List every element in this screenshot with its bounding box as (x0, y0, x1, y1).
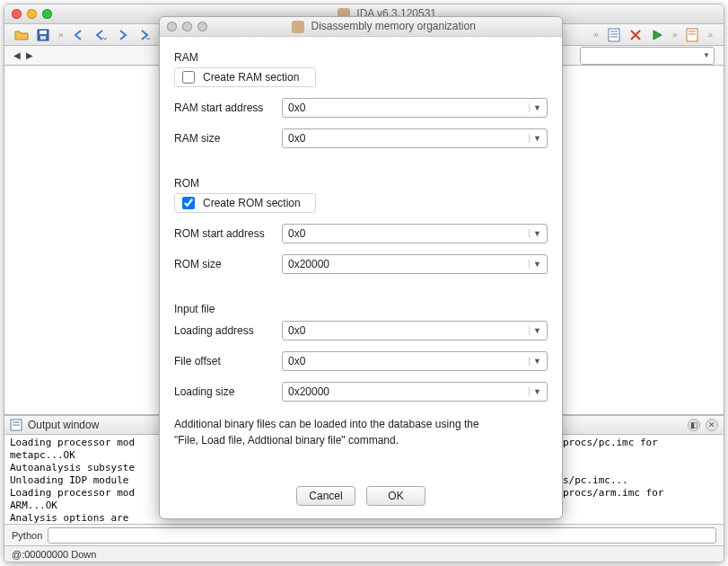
hint-line1: Additional binary files can be loaded in… (174, 416, 548, 432)
rom-start-field[interactable]: 0x0 ▼ (282, 224, 548, 243)
rom-start-value: 0x0 (288, 227, 529, 240)
command-label: Python (12, 530, 42, 541)
nav-left-icon[interactable]: ◀ (13, 50, 21, 60)
rom-section-title: ROM (174, 177, 548, 190)
cancel-button[interactable]: Cancel (296, 486, 355, 506)
chevron-down-icon[interactable]: ▼ (529, 134, 541, 143)
chevron-down-icon[interactable]: ▼ (529, 103, 541, 112)
status-text: @:00000000 Down (12, 549, 96, 560)
svg-rect-7 (687, 29, 697, 41)
chevron-down-icon[interactable]: ▼ (529, 357, 541, 366)
chevron-down-icon[interactable]: ▼ (529, 387, 541, 396)
svg-rect-3 (609, 29, 619, 41)
hint-text: Additional binary files can be loaded in… (174, 416, 548, 448)
minimize-window-icon[interactable] (27, 9, 37, 19)
loading-address-label: Loading address (174, 324, 282, 337)
create-ram-label: Create RAM section (203, 71, 299, 84)
run-icon[interactable] (649, 27, 665, 43)
svg-rect-2 (40, 36, 46, 40)
chevron-down-icon[interactable]: ▼ (529, 260, 541, 269)
ok-button[interactable]: OK (366, 486, 425, 506)
dialog-title: Disassembly memory organization (213, 20, 555, 33)
dialog-traffic-lights (167, 22, 207, 31)
loading-size-label: Loading size (174, 385, 282, 398)
stack-trace-icon[interactable] (684, 27, 700, 43)
detach-panel-icon[interactable]: ◧ (688, 419, 700, 431)
rom-size-value: 0x20000 (288, 258, 529, 270)
loading-size-value: 0x20000 (288, 385, 529, 398)
output-icon (10, 419, 22, 431)
file-offset-value: 0x0 (288, 355, 529, 367)
traffic-lights (12, 9, 52, 19)
close-panel-icon[interactable]: ✕ (706, 419, 718, 431)
loading-size-field[interactable]: 0x20000 ▼ (282, 382, 548, 402)
create-rom-label: Create ROM section (203, 197, 301, 209)
save-file-icon[interactable] (35, 27, 51, 43)
create-ram-checkbox[interactable]: Create RAM section (174, 67, 316, 87)
ram-start-field[interactable]: 0x0 ▼ (282, 98, 548, 118)
open-file-icon[interactable] (13, 27, 30, 43)
rom-start-label: ROM start address (174, 227, 282, 240)
output-title: Output window (28, 419, 99, 431)
command-input[interactable] (48, 527, 716, 544)
file-offset-label: File offset (174, 355, 282, 367)
dialog-title-text: Disassembly memory organization (311, 20, 475, 32)
chevron-down-icon[interactable]: ▼ (529, 326, 541, 335)
command-line: Python (4, 524, 724, 545)
dialog-close-icon[interactable] (167, 22, 177, 31)
toolbar-separator-icon: » (707, 30, 713, 40)
delete-icon[interactable] (627, 27, 644, 43)
ram-size-label: RAM size (174, 132, 282, 145)
create-rom-checkbox-input[interactable] (182, 197, 195, 209)
ram-start-label: RAM start address (174, 102, 282, 114)
hint-line2: "File, Load file, Addtional binary file"… (174, 432, 548, 448)
dialog-buttons: Cancel OK (160, 475, 562, 518)
nav-back-dropdown-icon[interactable] (92, 27, 109, 43)
nav-right-icon[interactable]: ▶ (26, 50, 33, 60)
file-offset-field[interactable]: 0x0 ▼ (282, 351, 548, 371)
ram-size-value: 0x0 (288, 132, 529, 145)
loading-address-field[interactable]: 0x0 ▼ (282, 321, 548, 340)
toolbar-separator-icon: » (593, 30, 599, 40)
loading-address-value: 0x0 (288, 324, 529, 337)
create-ram-checkbox-input[interactable] (182, 71, 195, 84)
chevron-down-icon[interactable]: ▼ (529, 229, 541, 238)
dialog-body: RAM Create RAM section RAM start address… (160, 37, 562, 475)
nav-fwd-dropdown-icon[interactable] (136, 27, 152, 43)
rom-size-field[interactable]: 0x20000 ▼ (282, 254, 548, 274)
rom-size-label: ROM size (174, 258, 282, 270)
text-file-icon[interactable] (606, 27, 622, 43)
dialog-titlebar: Disassembly memory organization (160, 17, 562, 37)
chevron-down-icon: ▼ (703, 51, 710, 59)
input-file-section-title: Input file (174, 303, 548, 315)
create-rom-checkbox[interactable]: Create ROM section (174, 193, 316, 213)
ram-start-value: 0x0 (288, 102, 529, 114)
toolbar-separator-icon: » (672, 30, 678, 40)
nav-back-icon[interactable] (71, 27, 87, 43)
toolbar-separator-icon: » (58, 30, 64, 40)
nav-fwd-icon[interactable] (114, 27, 130, 43)
dialog-minimize-icon[interactable] (182, 22, 192, 31)
status-bar: @:00000000 Down (4, 545, 724, 562)
dialog-zoom-icon[interactable] (197, 22, 207, 31)
svg-rect-1 (39, 31, 47, 34)
memory-org-dialog: Disassembly memory organization RAM Crea… (159, 16, 563, 519)
ram-size-field[interactable]: 0x0 ▼ (282, 128, 548, 148)
app-icon (292, 21, 304, 33)
ram-section-title: RAM (174, 51, 548, 64)
close-window-icon[interactable] (12, 9, 22, 19)
address-combo[interactable]: ▼ (580, 47, 715, 65)
zoom-window-icon[interactable] (42, 9, 52, 19)
